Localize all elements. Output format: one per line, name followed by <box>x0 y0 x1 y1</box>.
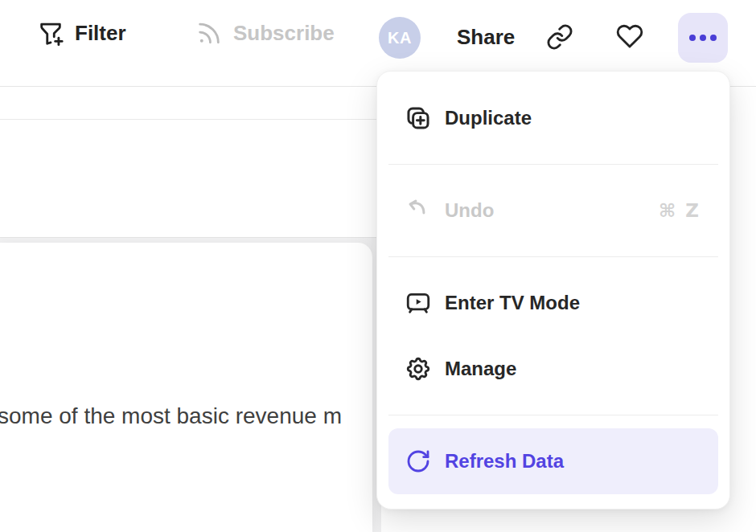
background-card-border <box>0 237 380 238</box>
heart-icon <box>616 23 643 50</box>
menu-item-label: Undo <box>445 199 494 222</box>
menu-item-undo[interactable]: Undo ⌘ Z <box>377 178 729 243</box>
link-icon <box>546 23 573 51</box>
menu-item-enter-tv-mode[interactable]: Enter TV Mode <box>377 270 729 336</box>
menu-divider <box>388 256 718 257</box>
subscribe-button[interactable]: Subscribe <box>195 19 335 47</box>
menu-item-label: Manage <box>445 358 516 380</box>
subscribe-label: Subscribe <box>233 21 335 46</box>
keyboard-shortcut: ⌘ Z <box>659 200 701 221</box>
filter-button[interactable]: Filter <box>37 19 126 47</box>
menu-item-refresh-data[interactable]: Refresh Data <box>388 428 718 494</box>
menu-item-label: Enter TV Mode <box>445 292 580 314</box>
share-button[interactable]: Share <box>457 25 515 50</box>
user-avatar[interactable]: KA <box>379 17 421 59</box>
tv-mode-icon <box>405 289 432 317</box>
more-options-button[interactable] <box>678 13 728 63</box>
copy-link-button[interactable] <box>546 23 573 51</box>
menu-item-duplicate[interactable]: Duplicate <box>377 85 729 151</box>
rss-icon <box>195 19 223 47</box>
share-label: Share <box>457 25 515 50</box>
filter-label: Filter <box>75 21 126 46</box>
duplicate-icon <box>405 104 432 132</box>
gear-icon <box>405 355 432 383</box>
background-divider-line <box>0 119 380 120</box>
menu-item-manage[interactable]: Manage <box>377 336 729 402</box>
menu-item-label: Refresh Data <box>445 450 564 473</box>
more-options-dropdown-menu: Duplicate Undo ⌘ Z Enter TV Mode <box>376 71 730 509</box>
menu-item-label: Duplicate <box>445 107 532 129</box>
filter-plus-icon <box>37 19 64 47</box>
menu-divider <box>388 415 718 415</box>
undo-icon <box>405 197 432 224</box>
favorite-button[interactable] <box>616 23 643 50</box>
ellipsis-icon <box>689 35 696 41</box>
menu-divider <box>388 164 718 165</box>
refresh-icon <box>405 448 432 475</box>
dashboard-paragraph-fragment: some of the most basic revenue m <box>0 403 342 429</box>
dashboard-text-card: some of the most basic revenue m <box>0 243 372 532</box>
